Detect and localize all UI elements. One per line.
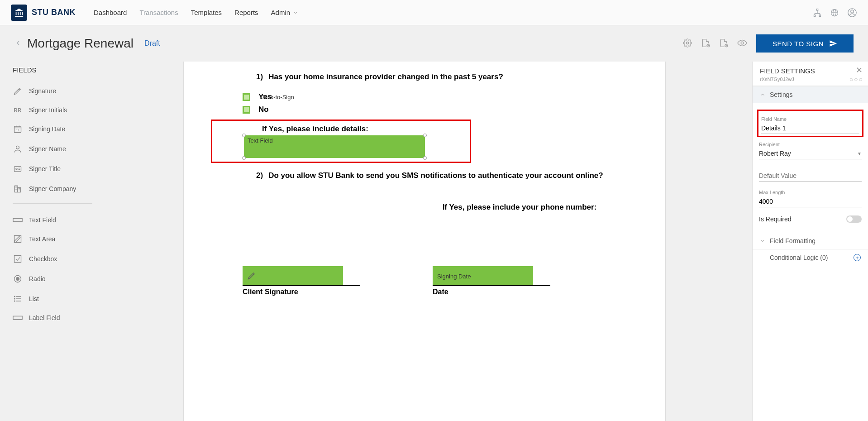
if-yes-details-label: If Yes, please include details: bbox=[262, 124, 456, 134]
brand-logo bbox=[11, 5, 27, 21]
pen-icon bbox=[13, 86, 23, 96]
palette-item-signer-initials[interactable]: RR Signer Initials bbox=[13, 101, 92, 119]
svg-rect-48 bbox=[13, 316, 22, 319]
panel-field-id: rXsN7Gy0J2wJ bbox=[760, 77, 861, 82]
field-name-highlight: Field Name bbox=[757, 110, 863, 137]
palette-item-signer-name[interactable]: Signer Name bbox=[13, 139, 92, 159]
svg-point-46 bbox=[14, 298, 15, 299]
click-to-sign-field[interactable]: Click-to-Sign Robert Ray bbox=[243, 266, 343, 286]
svg-point-19 bbox=[741, 42, 744, 44]
more-icon[interactable]: ○○○ bbox=[849, 76, 863, 83]
palette-item-list[interactable]: List bbox=[13, 289, 92, 309]
signature-line bbox=[243, 285, 360, 286]
field-formatting-label: Field Formatting bbox=[770, 237, 816, 244]
document-canvas[interactable]: 1) Has your home insurance provider chan… bbox=[97, 62, 752, 421]
text-field-icon bbox=[13, 217, 23, 223]
palette-item-text-area[interactable]: Text Area bbox=[13, 229, 92, 249]
nav-tabs: Dashboard Transactions Templates Reports… bbox=[94, 9, 298, 16]
label-field-icon bbox=[13, 315, 23, 321]
title-card-icon bbox=[13, 164, 23, 173]
svg-rect-38 bbox=[14, 236, 21, 243]
text-area-icon bbox=[13, 234, 23, 244]
svg-point-47 bbox=[14, 301, 15, 301]
signing-date-label: Signing Date bbox=[437, 273, 471, 280]
palette-label: Signature bbox=[29, 87, 56, 95]
add-conditional-logic-button[interactable]: + bbox=[854, 254, 861, 261]
panel-header: FIELD SETTINGS rXsN7Gy0J2wJ ✕ ○○○ bbox=[753, 62, 868, 86]
chevron-down-icon bbox=[760, 238, 765, 244]
settings-head-label: Settings bbox=[770, 91, 793, 98]
fields-palette: FIELDS Signature RR Signer Initials 17 S… bbox=[0, 62, 97, 421]
sub-header: Mortgage Renewal Draft SEND TO SIGN bbox=[0, 25, 868, 62]
palette-item-checkbox[interactable]: Checkbox bbox=[13, 249, 92, 269]
recipient-select[interactable]: Robert Ray ▼ bbox=[759, 148, 862, 159]
signing-date-field[interactable]: Signing Date bbox=[433, 266, 533, 286]
nav-reports[interactable]: Reports bbox=[234, 9, 258, 16]
palette-item-signature[interactable]: Signature bbox=[13, 81, 92, 101]
back-button[interactable] bbox=[14, 39, 22, 48]
user-circle-icon[interactable] bbox=[847, 8, 857, 18]
settings-accordion-head[interactable]: Settings bbox=[753, 86, 868, 103]
signature-row: Click-to-Sign Robert Ray Client Signatur… bbox=[243, 266, 638, 296]
nav-admin[interactable]: Admin bbox=[271, 9, 299, 16]
close-icon[interactable]: ✕ bbox=[856, 65, 863, 75]
palette-label: Checkbox bbox=[29, 255, 57, 263]
palette-item-signer-title[interactable]: Signer Title bbox=[13, 159, 92, 179]
palette-label: List bbox=[29, 295, 39, 302]
palette-label: Signer Name bbox=[29, 145, 66, 153]
palette-item-label-field[interactable]: Label Field bbox=[13, 309, 92, 327]
resize-handle-tr[interactable] bbox=[423, 134, 427, 137]
palette-label: Text Area bbox=[29, 235, 55, 243]
chevron-down-icon bbox=[293, 10, 298, 15]
sub-header-right: SEND TO SIGN bbox=[683, 34, 854, 53]
palette-item-signing-date[interactable]: 17 Signing Date bbox=[13, 119, 92, 139]
default-value-input[interactable] bbox=[759, 170, 862, 182]
resize-handle-bl[interactable] bbox=[242, 156, 246, 160]
globe-icon[interactable] bbox=[830, 8, 839, 17]
text-field-placeholder: Text Field bbox=[248, 137, 273, 144]
palette-item-signer-company[interactable]: Signer Company bbox=[13, 179, 92, 199]
settings-gear-icon[interactable] bbox=[683, 38, 692, 49]
date-line bbox=[433, 285, 550, 286]
main-layout: FIELDS Signature RR Signer Initials 17 S… bbox=[0, 62, 868, 421]
svg-rect-26 bbox=[14, 167, 21, 172]
palette-item-text-field[interactable]: Text Field bbox=[13, 211, 92, 229]
q2-text: Do you allow STU Bank to send you SMS no… bbox=[268, 171, 603, 180]
resize-handle-tl[interactable] bbox=[242, 134, 246, 137]
palette-label: Radio bbox=[29, 275, 46, 282]
doc-add-icon[interactable] bbox=[701, 38, 710, 49]
field-formatting-accordion[interactable]: Field Formatting bbox=[753, 233, 868, 249]
svg-text:17: 17 bbox=[16, 129, 19, 132]
sitemap-icon[interactable] bbox=[813, 8, 822, 17]
palette-divider bbox=[13, 203, 92, 204]
text-field-overlay-selected[interactable]: Text Field bbox=[244, 135, 425, 158]
send-to-sign-label: SEND TO SIGN bbox=[773, 40, 824, 48]
nav-dashboard[interactable]: Dashboard bbox=[94, 9, 127, 16]
max-length-input[interactable] bbox=[759, 196, 862, 207]
q1-number: 1) bbox=[256, 72, 263, 81]
is-required-toggle[interactable] bbox=[846, 215, 862, 223]
resize-handle-br[interactable] bbox=[423, 156, 427, 160]
initials-badge-icon: RR bbox=[13, 107, 23, 113]
dropdown-caret-icon: ▼ bbox=[857, 151, 862, 156]
svg-rect-0 bbox=[816, 9, 818, 10]
if-yes-phone-label: If Yes, please include your phone number… bbox=[401, 203, 638, 212]
bank-icon bbox=[14, 8, 24, 18]
svg-point-27 bbox=[16, 168, 17, 169]
palette-item-radio[interactable]: Radio bbox=[13, 269, 92, 289]
nav-templates[interactable]: Templates bbox=[191, 9, 222, 16]
send-to-sign-button[interactable]: SEND TO SIGN bbox=[756, 34, 854, 53]
checkbox-yes[interactable] bbox=[243, 93, 250, 101]
doc-download-icon[interactable] bbox=[719, 38, 728, 49]
is-required-label: Is Required bbox=[759, 215, 792, 223]
client-signature-label: Client Signature bbox=[243, 288, 360, 296]
preview-eye-icon[interactable] bbox=[737, 38, 747, 49]
svg-point-13 bbox=[687, 42, 689, 44]
checkbox-no[interactable] bbox=[243, 106, 250, 114]
field-name-input[interactable] bbox=[761, 123, 859, 134]
palette-title: FIELDS bbox=[13, 62, 92, 81]
nav-transactions[interactable]: Transactions bbox=[139, 9, 178, 16]
conditional-logic-row[interactable]: Conditional Logic (0) + bbox=[753, 249, 868, 266]
recipient-value: Robert Ray bbox=[759, 150, 791, 157]
field-settings-panel: FIELD SETTINGS rXsN7Gy0J2wJ ✕ ○○○ Settin… bbox=[752, 62, 868, 421]
